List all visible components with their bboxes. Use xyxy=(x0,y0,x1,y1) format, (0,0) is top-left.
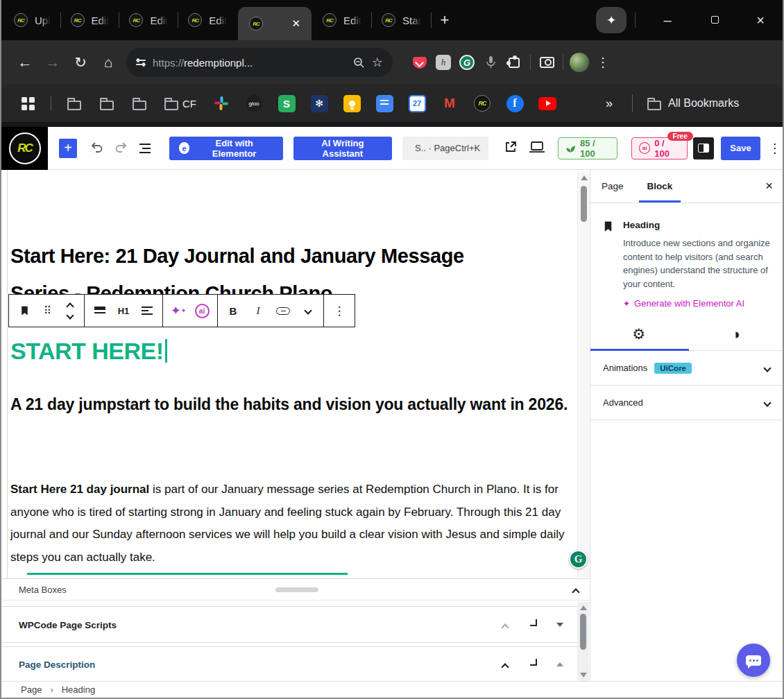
all-bookmarks-folder[interactable]: All Bookmarks xyxy=(647,97,739,110)
scroll-up-arrow[interactable] xyxy=(581,175,588,180)
generate-with-elementor-ai-link[interactable]: ✦ Generate with Elementor AI xyxy=(623,298,773,309)
scrollbar-thumb[interactable] xyxy=(581,186,587,222)
scrollbar-thumb[interactable] xyxy=(580,614,586,650)
tab-start[interactable]: RC Star xyxy=(375,6,429,34)
pocket-extension-icon[interactable] xyxy=(408,57,432,69)
subsplash-bookmark-icon[interactable]: S xyxy=(273,95,300,112)
new-tab-button[interactable]: + xyxy=(440,11,449,29)
chat-widget-button[interactable] xyxy=(737,644,770,677)
rc-bookmark-icon[interactable]: RC xyxy=(468,95,496,112)
move-down-icon[interactable] xyxy=(530,619,537,626)
profile-avatar[interactable] xyxy=(568,53,591,72)
tree-bookmark-icon[interactable]: ✻ xyxy=(305,95,333,112)
block-inserter-button[interactable]: + xyxy=(59,139,77,158)
gloo-bookmark-icon[interactable]: gloo xyxy=(240,95,268,112)
scroll-down-arrow[interactable] xyxy=(580,673,587,678)
breadcrumb-block[interactable]: Heading xyxy=(62,684,95,695)
metabox-scrollbar[interactable] xyxy=(577,602,589,681)
maximize-button[interactable] xyxy=(691,14,738,26)
bookmark-folder-cf[interactable]: CF xyxy=(158,97,203,110)
advanced-panel[interactable]: Advanced xyxy=(590,386,784,420)
undo-icon[interactable] xyxy=(90,140,104,156)
close-sidebar-icon[interactable]: × xyxy=(765,178,773,193)
more-formatting-chevron-icon[interactable] xyxy=(297,298,319,323)
honey-extension-icon[interactable]: h xyxy=(432,55,455,70)
move-down-icon[interactable] xyxy=(530,659,537,666)
meta-boxes-panel[interactable]: Meta Boxes xyxy=(1,578,590,601)
tab-page[interactable]: Page xyxy=(602,181,624,191)
tab-close-icon[interactable]: ✕ xyxy=(292,17,301,30)
toggle-triangle-icon[interactable] xyxy=(556,662,563,666)
resize-drag-handle[interactable] xyxy=(275,587,318,592)
ai-writing-assistant-button[interactable]: AI Writing Assistant xyxy=(293,137,392,160)
site-logo[interactable]: RC xyxy=(1,127,48,170)
preview-desktop-icon[interactable] xyxy=(529,141,545,156)
heading-block-text[interactable]: START HERE! xyxy=(10,338,167,365)
bookmark-star-icon[interactable]: ☆ xyxy=(372,55,383,70)
animations-panel[interactable]: Animations UiCore xyxy=(590,351,784,386)
editor-options-menu-icon[interactable]: ⋮ xyxy=(767,141,783,156)
heading-level-button[interactable]: H1 xyxy=(112,298,135,323)
command-palette-search[interactable]: S.. · PageCtrl+K xyxy=(402,137,488,160)
tab-edit-4[interactable]: RC Edit xyxy=(316,6,368,34)
toggle-triangle-icon[interactable] xyxy=(556,623,563,627)
editor-scrollbar[interactable] xyxy=(577,171,590,578)
ai-sparkles-icon[interactable]: ✦✦ xyxy=(167,298,189,323)
breadcrumb-page[interactable]: Page xyxy=(21,684,42,695)
facebook-bookmark-icon[interactable]: f xyxy=(501,95,529,112)
move-up-icon[interactable] xyxy=(501,663,509,671)
close-window-button[interactable]: × xyxy=(738,12,783,28)
browser-menu-icon[interactable]: ⋮ xyxy=(591,55,615,70)
grammarly-floating-icon[interactable]: G xyxy=(569,550,588,569)
url-text[interactable]: https://redemptionpl... xyxy=(153,57,346,69)
block-options-menu-icon[interactable]: ⋮ xyxy=(328,298,350,323)
settings-panel-toggle[interactable] xyxy=(693,137,715,159)
collapse-chevron-icon[interactable] xyxy=(572,588,579,596)
back-button[interactable]: ← xyxy=(11,54,39,71)
tab-edit-3[interactable]: RC Edit xyxy=(181,6,234,34)
google-keep-bookmark-icon[interactable] xyxy=(338,95,366,112)
page-description-metabox[interactable]: Page Description xyxy=(1,646,577,682)
apps-grid-icon[interactable] xyxy=(14,97,42,110)
styles-tab[interactable]: ◑ xyxy=(688,318,784,350)
subheading-block[interactable]: A 21 day jumpstart to build the habits a… xyxy=(10,390,576,419)
seo-score-badge[interactable]: 85 / 100 xyxy=(558,137,617,159)
home-button[interactable]: ⌂ xyxy=(94,54,122,71)
address-bar[interactable]: https://redemptionpl... ☆ xyxy=(126,48,393,77)
forward-button[interactable]: → xyxy=(39,54,67,71)
view-page-external-icon[interactable] xyxy=(504,140,518,157)
move-block-buttons[interactable] xyxy=(60,304,80,318)
wpcode-metabox[interactable]: WPCode Page Scripts xyxy=(1,606,577,643)
youtube-bookmark-icon[interactable] xyxy=(534,97,561,110)
ai-assistant-icon[interactable]: ai xyxy=(191,298,213,323)
move-up-icon[interactable] xyxy=(501,623,509,631)
microphone-icon[interactable] xyxy=(479,55,502,69)
site-settings-icon[interactable] xyxy=(136,58,146,67)
sidebar-search-icon[interactable] xyxy=(535,57,559,68)
move-down-icon[interactable] xyxy=(66,311,74,319)
tab-block[interactable]: Block xyxy=(647,181,673,191)
document-overview-icon[interactable] xyxy=(139,144,151,153)
save-button[interactable]: Save xyxy=(721,137,760,160)
gmail-bookmark-icon[interactable]: M xyxy=(436,96,463,111)
zoom-out-icon[interactable] xyxy=(353,57,365,69)
bookmark-folder-icon[interactable] xyxy=(60,97,88,110)
tab-active[interactable]: RC ✕ xyxy=(238,7,312,40)
tab-upload[interactable]: RC Upl xyxy=(7,6,58,34)
bookmark-folder-icon[interactable] xyxy=(126,97,153,110)
heading-block-icon[interactable] xyxy=(13,298,35,323)
copilot-button[interactable]: ✦ xyxy=(596,7,627,33)
edit-with-elementor-button[interactable]: e Edit with Elementor xyxy=(169,137,283,160)
text-align-icon[interactable] xyxy=(136,298,158,323)
slack-bookmark-icon[interactable] xyxy=(207,96,235,111)
bookmark-folder-icon[interactable] xyxy=(93,97,121,110)
extensions-puzzle-icon[interactable] xyxy=(502,58,526,68)
settings-gear-tab[interactable]: ⚙ xyxy=(590,318,688,350)
italic-button[interactable]: I xyxy=(247,298,269,323)
alignment-icon[interactable] xyxy=(89,298,111,323)
link-icon[interactable] xyxy=(272,298,294,323)
scroll-up-arrow[interactable] xyxy=(580,605,587,610)
minimize-button[interactable]: – xyxy=(644,12,691,28)
reload-button[interactable]: ↻ xyxy=(67,54,94,71)
tab-edit-2[interactable]: RC Edit xyxy=(122,6,175,34)
